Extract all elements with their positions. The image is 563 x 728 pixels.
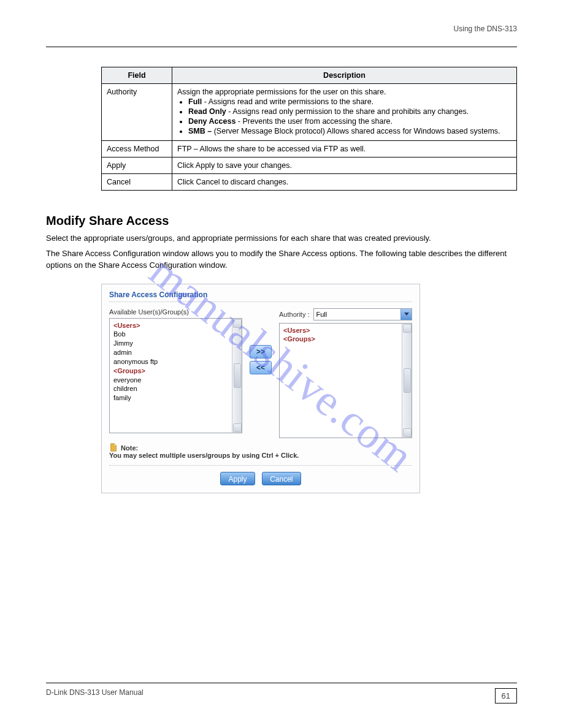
scroll-down-icon[interactable] (233, 423, 242, 432)
table-row: Apply Click Apply to save your changes. (102, 157, 517, 174)
table-cell-desc: FTP – Allows the share to be accessed vi… (172, 141, 517, 157)
authority-bullet: Read Only - Assigns read only permission… (188, 107, 511, 116)
list-item[interactable]: Bob (113, 330, 228, 339)
field-description-table: Field Description Authority Assign the a… (101, 67, 517, 191)
note-icon (109, 443, 118, 452)
scroll-down-icon[interactable] (403, 428, 412, 437)
authority-bullet: SMB – (Server Message Block protocol) Al… (188, 127, 511, 135)
panel-title: Share Access Configuration (109, 290, 412, 299)
scrollbar[interactable] (232, 319, 242, 433)
apply-button[interactable]: Apply (220, 472, 255, 485)
table-cell-label: Access Method (102, 141, 172, 157)
section-heading: Modify Share Access (46, 214, 517, 228)
table-cell-label: Apply (102, 157, 172, 174)
list-header-groups: <Groups> (283, 335, 398, 344)
cancel-button[interactable]: Cancel (262, 472, 301, 485)
scroll-up-icon[interactable] (403, 324, 412, 333)
scroll-thumb[interactable] (404, 368, 411, 393)
move-left-button[interactable]: << (250, 361, 272, 374)
paragraph: The Share Access Configuration window al… (46, 248, 517, 271)
table-cell-label: Authority (102, 84, 172, 141)
note-label: Note: (121, 444, 138, 452)
header-rule (46, 47, 517, 47)
table-cell-desc: Click Apply to save your changes. (172, 157, 517, 174)
list-item[interactable]: admin (113, 348, 228, 357)
list-item[interactable]: Jimmy (113, 339, 228, 348)
list-item[interactable]: everyone (113, 376, 228, 385)
note-row: Note: You may select multiple users/grou… (109, 443, 412, 466)
table-cell-desc: Assign the appropriate permissions for t… (172, 84, 517, 141)
header-section-label: Using the DNS-313 (46, 25, 517, 33)
note-text: You may select multiple users/groups by … (109, 452, 299, 459)
share-access-config-panel: Share Access Configuration Available Use… (101, 284, 420, 493)
paragraph: Select the appropriate users/groups, and… (46, 233, 517, 245)
table-cell-label: Cancel (102, 174, 172, 191)
available-users-label: Available User(s)/Group(s) (109, 308, 242, 316)
authority-lead: Assign the appropriate permissions for t… (177, 88, 511, 96)
table-row: Cancel Click Cancel to discard changes. (102, 174, 517, 191)
list-item[interactable]: anonymous ftp (113, 357, 228, 366)
chevron-down-icon[interactable] (400, 309, 412, 320)
footer-rule (46, 683, 517, 683)
list-header-users: <Users> (113, 321, 228, 330)
authority-label: Authority : (279, 311, 310, 318)
list-item[interactable]: family (113, 393, 228, 403)
footer: D-Link DNS-313 User Manual 61 (46, 683, 517, 703)
table-row: Access Method FTP – Allows the share to … (102, 141, 517, 157)
page-number: 61 (495, 688, 517, 703)
table-header-field: Field (102, 67, 172, 84)
authority-bullet: Full - Assigns read and write permission… (188, 97, 511, 106)
list-header-groups: <Groups> (113, 366, 228, 376)
table-row: Authority Assign the appropriate permiss… (102, 84, 517, 141)
scroll-thumb[interactable] (234, 363, 241, 388)
table-header-description: Description (172, 67, 517, 84)
authority-select[interactable]: Full (313, 308, 412, 320)
list-header-users: <Users> (283, 326, 398, 335)
table-cell-desc: Click Cancel to discard changes. (172, 174, 517, 191)
list-item[interactable]: children (113, 384, 228, 393)
move-right-button[interactable]: >> (250, 345, 272, 358)
scrollbar[interactable] (402, 324, 412, 438)
scroll-up-icon[interactable] (233, 319, 242, 328)
selected-listbox[interactable]: <Users> <Groups> (279, 323, 412, 438)
footer-left: D-Link DNS-313 User Manual (46, 688, 144, 703)
divider (109, 301, 412, 302)
available-listbox[interactable]: <Users> Bob Jimmy admin anonymous ftp <G… (109, 318, 242, 433)
authority-select-value: Full (314, 311, 400, 318)
authority-bullet: Deny Access - Prevents the user from acc… (188, 117, 511, 126)
